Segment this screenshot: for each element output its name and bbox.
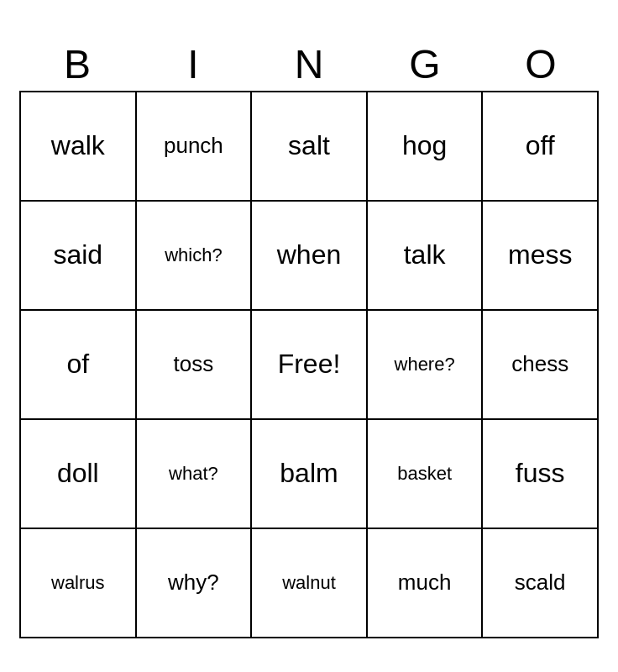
bingo-cell: doll: [21, 420, 137, 529]
bingo-cell: salt: [252, 92, 368, 202]
bingo-cell: of: [21, 311, 137, 420]
bingo-cell: balm: [252, 420, 368, 529]
header-letter: B: [19, 34, 135, 91]
bingo-card: BINGO walkpunchsalthogoffsaidwhich?whent…: [19, 34, 599, 638]
bingo-cell: hog: [368, 92, 484, 202]
bingo-cell: toss: [137, 311, 253, 420]
bingo-grid: walkpunchsalthogoffsaidwhich?whentalkmes…: [19, 91, 599, 638]
bingo-cell: why?: [137, 529, 253, 638]
bingo-cell: walnut: [252, 529, 368, 638]
bingo-cell: said: [21, 202, 137, 311]
header-letter: I: [135, 34, 251, 91]
bingo-header: BINGO: [19, 34, 599, 91]
header-letter: O: [483, 34, 599, 91]
header-letter: N: [251, 34, 367, 91]
bingo-cell: where?: [368, 311, 484, 420]
bingo-cell: off: [483, 92, 599, 202]
bingo-cell: basket: [368, 420, 484, 529]
bingo-cell: mess: [483, 202, 599, 311]
bingo-cell: which?: [137, 202, 253, 311]
bingo-cell: Free!: [252, 311, 368, 420]
bingo-cell: what?: [137, 420, 253, 529]
bingo-cell: walrus: [21, 529, 137, 638]
bingo-cell: talk: [368, 202, 484, 311]
bingo-cell: much: [368, 529, 484, 638]
bingo-cell: punch: [137, 92, 253, 202]
bingo-cell: fuss: [483, 420, 599, 529]
bingo-cell: when: [252, 202, 368, 311]
header-letter: G: [367, 34, 483, 91]
bingo-cell: walk: [21, 92, 137, 202]
bingo-cell: chess: [483, 311, 599, 420]
bingo-cell: scald: [483, 529, 599, 638]
